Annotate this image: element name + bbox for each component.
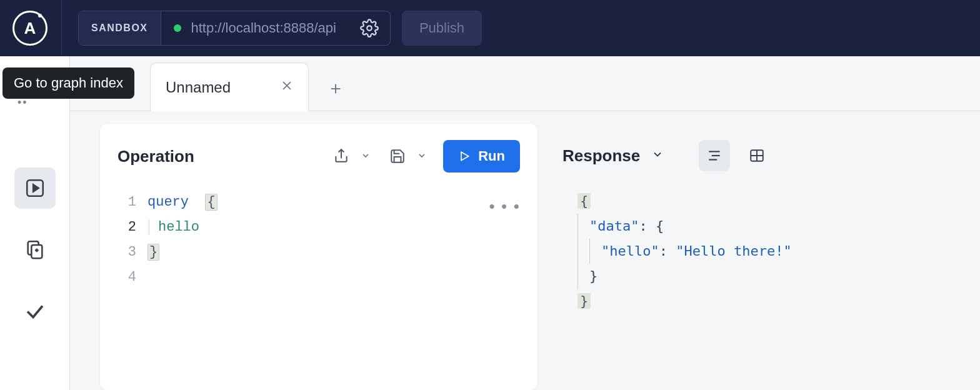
add-tab-icon[interactable] [320, 67, 351, 111]
apollo-logo[interactable]: A [12, 11, 48, 46]
line-number: 4 [118, 265, 148, 290]
tabs-row: Unnamed [70, 56, 980, 111]
save-dropdown-chevron-icon[interactable] [417, 151, 431, 162]
status-dot-icon [174, 24, 181, 32]
top-bar: A SANDBOX http://localhost:8888/api Publ… [0, 0, 980, 56]
response-panel: Response [562, 124, 965, 390]
settings-gear-icon[interactable] [349, 19, 390, 38]
line-number: 2 [118, 215, 148, 240]
operation-editor[interactable]: ••• 1 query { 2 hello 3 } 4 [118, 190, 520, 290]
divider [61, 0, 62, 56]
save-icon[interactable] [387, 146, 408, 167]
svg-marker-2 [33, 184, 38, 191]
operation-panel: Operation [100, 124, 538, 390]
run-label: Run [478, 148, 505, 164]
tooltip-go-to-graph-index: Go to graph index [2, 68, 134, 99]
tab-label: Unnamed [166, 79, 231, 96]
main-area: Unnamed Operation [70, 56, 980, 390]
response-title: Response [562, 146, 640, 166]
svg-point-0 [367, 26, 372, 31]
endpoint-pill: SANDBOX http://localhost:8888/api [78, 11, 391, 46]
response-viewer[interactable]: { "data": { "hello": "Hello there!" } } [562, 189, 959, 314]
share-dropdown-chevron-icon[interactable] [361, 151, 374, 162]
checks-icon[interactable] [14, 290, 56, 331]
diff-icon[interactable] [14, 229, 56, 270]
left-sidebar [0, 56, 70, 390]
svg-marker-12 [461, 152, 469, 160]
endpoint-url-area[interactable]: http://localhost:8888/api [161, 11, 349, 45]
endpoint-url: http://localhost:8888/api [191, 20, 336, 36]
publish-button[interactable]: Publish [402, 11, 482, 46]
explorer-play-icon[interactable] [14, 168, 56, 209]
share-icon[interactable] [331, 146, 352, 167]
json-view-icon[interactable] [699, 140, 730, 171]
run-button[interactable]: Run [443, 140, 520, 172]
more-options-icon[interactable]: ••• [487, 195, 524, 220]
line-number: 1 [118, 190, 148, 215]
sandbox-badge: SANDBOX [79, 11, 161, 45]
line-number: 3 [118, 240, 148, 265]
table-view-icon[interactable] [741, 140, 772, 171]
response-dropdown-chevron-icon[interactable] [651, 148, 664, 163]
tab-unnamed[interactable]: Unnamed [150, 62, 309, 111]
close-icon[interactable] [281, 79, 293, 96]
operation-title: Operation [118, 147, 194, 166]
